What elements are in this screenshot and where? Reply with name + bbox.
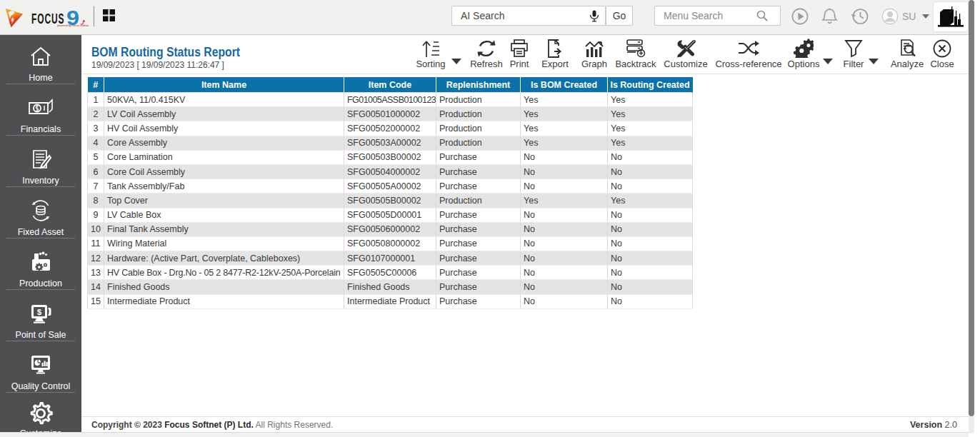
svg-text:$: $ — [37, 307, 41, 316]
